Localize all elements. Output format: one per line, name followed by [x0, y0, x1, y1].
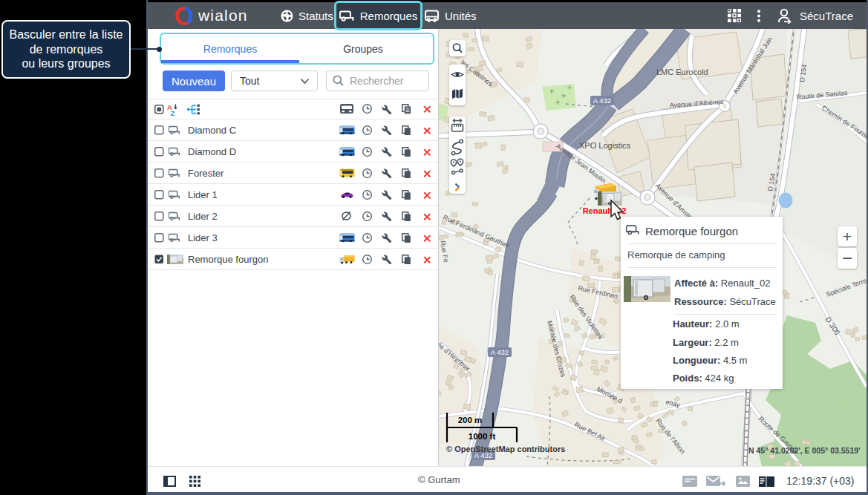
svg-text:LMC Eurocold: LMC Eurocold [656, 68, 708, 76]
svg-text:200 m: 200 m [458, 416, 483, 424]
svg-text:A 432: A 432 [593, 96, 611, 105]
svg-text:A 432: A 432 [491, 348, 509, 356]
svg-text:XPO Logistics: XPO Logistics [579, 141, 631, 150]
svg-text:1000 ft: 1000 ft [469, 432, 496, 441]
